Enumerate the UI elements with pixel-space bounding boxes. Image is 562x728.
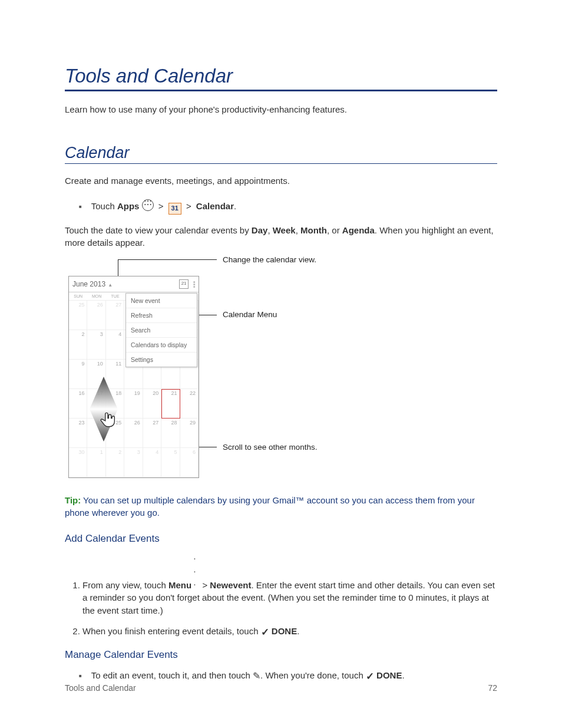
menu-new-event[interactable]: New event bbox=[126, 294, 197, 308]
intro-text: Learn how to use many of your phone's pr… bbox=[65, 104, 497, 114]
calendar-label: Calendar bbox=[196, 201, 234, 211]
calendar-screenshot-figure: Change the calendar view. Calendar Menu … bbox=[68, 259, 497, 477]
footer-page-number: 72 bbox=[488, 683, 497, 693]
section-calendar-heading: Calendar bbox=[65, 144, 497, 164]
touch-apps-step: Touch Apps > 31 > Calendar. bbox=[79, 197, 497, 213]
dropdown-indicator-icon: ▲ bbox=[105, 282, 113, 288]
label-scroll-months: Scroll to see other months. bbox=[223, 443, 318, 452]
manage-step: To edit an event, touch it, and then tou… bbox=[79, 669, 497, 681]
calendar-header[interactable]: June 2013 ▲ 21 ▪▪▪ bbox=[69, 276, 199, 292]
add-step-2: When you finish entering event details, … bbox=[82, 624, 497, 639]
check-icon: ✓ bbox=[261, 625, 269, 640]
today-icon[interactable]: 21 bbox=[179, 279, 189, 289]
menu-search[interactable]: Search bbox=[126, 323, 197, 338]
label-calendar-menu: Calendar Menu bbox=[223, 310, 277, 319]
tip-paragraph: Tip: You can set up multiple calendars b… bbox=[65, 494, 497, 519]
menu-dots-icon bbox=[194, 551, 200, 589]
calendar-31-icon: 31 bbox=[168, 203, 181, 215]
apps-grid-icon bbox=[142, 199, 154, 211]
add-step-1: From any view, touch Menu > Newevent. En… bbox=[82, 553, 497, 617]
menu-settings[interactable]: Settings bbox=[126, 353, 197, 367]
heading-manage-calendar-events: Manage Calendar Events bbox=[65, 649, 497, 661]
view-modes-paragraph: Touch the date to view your calendar eve… bbox=[65, 224, 497, 249]
check-icon: ✓ bbox=[366, 670, 374, 683]
heading-add-calendar-events: Add Calendar Events bbox=[65, 533, 497, 545]
menu-refresh[interactable]: Refresh bbox=[126, 308, 197, 323]
footer-section: Tools and Calendar bbox=[65, 683, 136, 693]
menu-calendars-to-display[interactable]: Calendars to display bbox=[126, 338, 197, 353]
pencil-icon: ✎ bbox=[253, 670, 260, 681]
overflow-menu-icon[interactable]: ▪▪▪ bbox=[193, 281, 195, 288]
label-change-view: Change the calendar view. bbox=[223, 255, 316, 264]
page-title: Tools and Calendar bbox=[65, 65, 497, 91]
calendar-intro: Create and manage events, meetings, and … bbox=[65, 174, 497, 187]
apps-label: Apps bbox=[117, 201, 140, 211]
overflow-menu-popup: New event Refresh Search Calendars to di… bbox=[125, 293, 197, 367]
